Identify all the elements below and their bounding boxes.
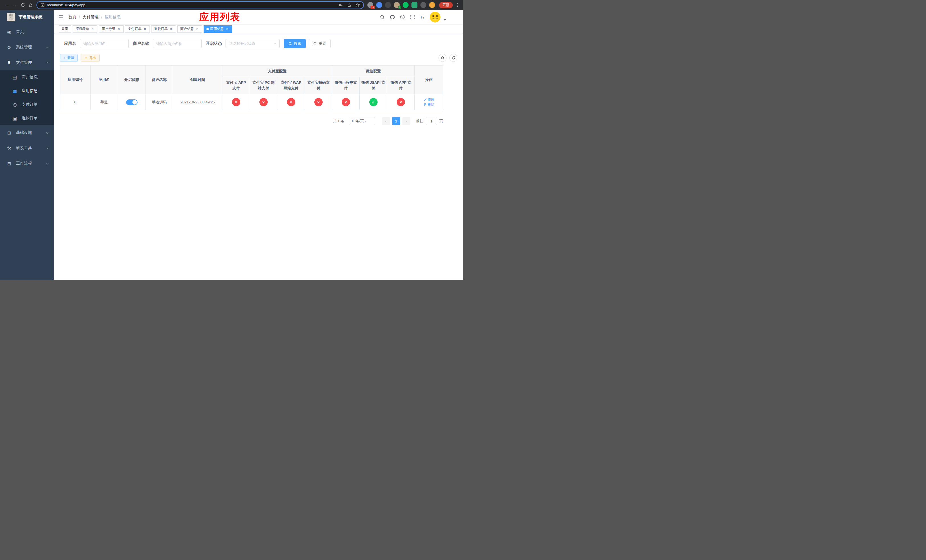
breadcrumb-home[interactable]: 首页	[68, 15, 76, 20]
pagination: 共 1 条 10条/页 ‹ 1 › 前往 页	[60, 117, 443, 125]
extension-icon-6[interactable]	[412, 2, 418, 8]
col-alipay-qr: 支付宝扫码支付	[305, 77, 332, 94]
trash-icon	[424, 103, 427, 106]
share-icon[interactable]	[347, 3, 351, 7]
export-button[interactable]: 导出	[80, 54, 100, 62]
sidebar-item-home[interactable]: ◉ 首页	[0, 24, 54, 39]
tab-pay-order[interactable]: 支付订单 ×	[125, 25, 150, 33]
font-size-icon[interactable]: TT	[420, 15, 425, 20]
close-icon[interactable]: ×	[225, 27, 229, 31]
extension-icon-8[interactable]	[429, 2, 435, 8]
tab-process-form[interactable]: 流程表单 ×	[73, 25, 97, 33]
user-avatar[interactable]	[430, 12, 440, 23]
tab-refund-order[interactable]: 退款订单 ×	[151, 25, 176, 33]
col-app-name: 应用名	[91, 65, 118, 94]
browser-reload-button[interactable]	[19, 1, 27, 9]
sidebar-item-payment[interactable]: ¥ 支付管理	[0, 55, 54, 70]
chevron-down-icon	[46, 46, 49, 49]
browser-home-button[interactable]	[27, 1, 35, 9]
password-key-icon[interactable]	[339, 3, 343, 7]
breadcrumb: 首页 / 支付管理 / 应用信息	[68, 15, 121, 20]
refresh-table-button[interactable]	[449, 54, 457, 62]
sidebar-item-refund-order[interactable]: ▣ 退款订单	[0, 111, 54, 125]
avatar-caret-icon[interactable]	[443, 18, 446, 21]
extension-icon-4[interactable]: 1	[394, 2, 400, 8]
browser-address-bar[interactable]: localhost:1024/pay/app	[36, 1, 364, 9]
extension-icon-2[interactable]	[376, 2, 382, 8]
app-frame: 芋道管理系统 ◉ 首页 ⚙ 系统管理 ¥ 支付管理	[0, 10, 463, 280]
sidebar-menu: ◉ 首页 ⚙ 系统管理 ¥ 支付管理 ▤ 商户信息	[0, 24, 54, 171]
status-cross-icon: ×	[342, 98, 350, 106]
col-group-alipay: 支付宝配置	[222, 65, 332, 77]
sidebar-item-dev-tools[interactable]: ⚒ 研发工具	[0, 141, 54, 156]
tab-home[interactable]: 首页	[59, 25, 71, 33]
close-icon[interactable]: ×	[143, 27, 147, 31]
hamburger-icon[interactable]	[54, 10, 68, 24]
col-alipay-pc: 支付宝 PC 网站支付	[250, 77, 277, 94]
extension-icon-1[interactable]: 10	[367, 2, 373, 8]
sidebar-item-app-info[interactable]: ▦ 应用信息	[0, 84, 54, 98]
extension-icon-7[interactable]	[420, 2, 426, 8]
goto-label: 前往	[416, 118, 424, 124]
refresh-icon	[313, 42, 317, 45]
chevron-down-icon	[273, 42, 277, 45]
cell-actions: 修改 删除	[415, 94, 443, 110]
browser-menu-button[interactable]: ⋮	[455, 2, 460, 8]
close-icon[interactable]: ×	[91, 27, 95, 31]
goto-page-input[interactable]	[426, 117, 437, 125]
search-button[interactable]: 搜索	[284, 39, 306, 48]
col-group-wechat: 微信配置	[332, 65, 415, 77]
status-cross-icon: ×	[314, 98, 322, 106]
home-icon	[29, 3, 33, 8]
delete-button[interactable]: 删除	[424, 102, 434, 107]
close-icon[interactable]: ×	[195, 27, 199, 31]
browser-toolbar: ← → localhost:1024/pay/app	[0, 0, 463, 10]
edit-button[interactable]: 修改	[424, 97, 434, 102]
prev-page-button[interactable]: ‹	[382, 117, 390, 125]
browser-forward-button[interactable]: →	[11, 1, 19, 9]
breadcrumb-payment[interactable]: 支付管理	[83, 15, 98, 20]
extension-icon-3[interactable]	[385, 2, 391, 8]
sidebar-item-merchant-info[interactable]: ▤ 商户信息	[0, 70, 54, 84]
browser-update-button[interactable]: 更新	[439, 2, 453, 8]
tab-app-info[interactable]: 应用信息 ×	[204, 25, 232, 33]
col-create-time: 创建时间	[173, 65, 222, 94]
tools-icon: ⚒	[6, 145, 12, 151]
workflow-icon: ⊟	[6, 161, 12, 166]
edit-pencil-icon	[424, 98, 427, 101]
github-icon[interactable]	[390, 15, 395, 20]
sidebar-item-infrastructure[interactable]: ⊞ 基础设施	[0, 125, 54, 141]
screen: ← → localhost:1024/pay/app	[0, 0, 463, 280]
page-size-select[interactable]: 10条/页	[349, 117, 375, 125]
reset-button[interactable]: 重置	[309, 39, 331, 48]
sidebar-item-pay-order[interactable]: ◷ 支付订单	[0, 98, 54, 111]
col-wechat-jsapi: 微信 JSAPI 支付	[360, 77, 387, 94]
tab-user-group[interactable]: 用户分组 ×	[99, 25, 124, 33]
page-number-button[interactable]: 1	[392, 117, 400, 125]
add-button[interactable]: + 新增	[60, 54, 78, 62]
help-icon[interactable]	[400, 15, 405, 20]
next-page-button[interactable]: ›	[402, 117, 410, 125]
browser-back-button[interactable]: ←	[3, 1, 11, 9]
cell-wechat-app: ×	[387, 94, 415, 110]
status-toggle[interactable]	[126, 100, 138, 105]
search-icon	[441, 56, 445, 60]
close-icon[interactable]: ×	[117, 27, 121, 31]
status-select[interactable]: 请选择开启状态	[225, 39, 280, 48]
active-tab-dot	[206, 28, 209, 30]
sidebar-item-system[interactable]: ⚙ 系统管理	[0, 39, 54, 55]
chevron-down-icon	[46, 147, 49, 150]
sidebar: 芋道管理系统 ◉ 首页 ⚙ 系统管理 ¥ 支付管理	[0, 10, 54, 280]
payment-submenu: ▤ 商户信息 ▦ 应用信息 ◷ 支付订单 ▣ 退款订单	[0, 70, 54, 125]
sidebar-item-workflow[interactable]: ⊟ 工作流程	[0, 156, 54, 171]
site-info-icon[interactable]	[41, 3, 45, 7]
fullscreen-icon[interactable]	[410, 15, 415, 20]
extension-icon-5[interactable]	[402, 2, 409, 8]
search-icon[interactable]	[380, 15, 385, 20]
merchant-name-input[interactable]	[153, 39, 201, 48]
app-name-input[interactable]	[80, 39, 129, 48]
toggle-search-button[interactable]	[439, 54, 446, 62]
close-icon[interactable]: ×	[169, 27, 173, 31]
tab-merchant-info[interactable]: 商户信息 ×	[177, 25, 202, 33]
bookmark-star-icon[interactable]	[356, 3, 360, 7]
